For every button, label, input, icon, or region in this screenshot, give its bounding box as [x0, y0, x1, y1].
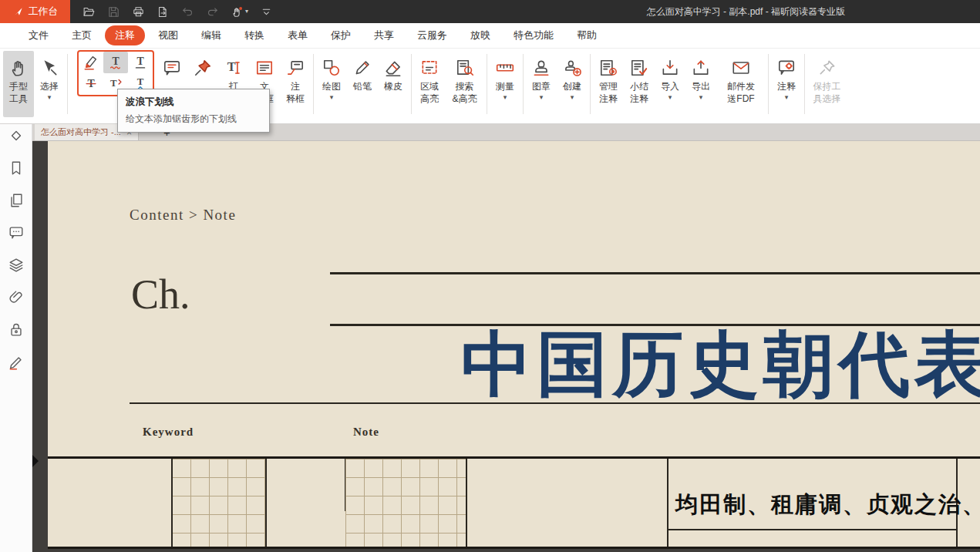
- eraser-tool[interactable]: 橡皮: [378, 51, 409, 117]
- import-comments-tool[interactable]: 导入▾: [655, 51, 685, 117]
- measure-tool[interactable]: 测量▾: [490, 51, 520, 117]
- menu-item-10[interactable]: 放映: [460, 25, 500, 45]
- panel-expand-handle[interactable]: [32, 455, 39, 467]
- table-column-line: [667, 459, 668, 547]
- pencil-tool-label: 铅笔: [353, 81, 372, 93]
- create-stamp-tool[interactable]: 创建▾: [557, 51, 588, 117]
- keep-tool-selected-label: 保持工: [813, 81, 841, 93]
- select-annotation-tool[interactable]: 选择▾: [34, 51, 65, 117]
- export-icon: [691, 55, 711, 81]
- pencil-tool[interactable]: 铅笔: [347, 51, 378, 117]
- quick-access-toolbar: ▾: [83, 5, 273, 19]
- work-area: 怎么面对高中学习 -... × + Content > Note Ch. 中国历…: [32, 124, 980, 552]
- workspace-button[interactable]: 工作台: [0, 0, 70, 23]
- hand-tool-label: 手型: [9, 81, 28, 93]
- manage-comments-tool[interactable]: 管理注释: [593, 51, 624, 117]
- summarize-comments-tool-label: 小结: [630, 81, 648, 93]
- search-and-highlight-tool[interactable]: 搜索&高亮: [445, 51, 484, 117]
- menu-item-5[interactable]: 转换: [234, 25, 274, 45]
- keep-tool-selected: 保持工具选择: [807, 51, 847, 117]
- menu-item-0[interactable]: 文件: [19, 25, 59, 45]
- menu-item-8[interactable]: 共享: [364, 25, 404, 45]
- customize-toolbar-icon[interactable]: [260, 5, 273, 19]
- textbox-icon: [254, 55, 274, 81]
- ribbon-annotation-tab: 手型工具选择▾T打字机文本框注释框绘图▾铅笔橡皮区域高亮搜索&高亮测量▾图章▾创…: [0, 49, 980, 124]
- dropdown-caret-icon: ▾: [540, 93, 544, 101]
- dropdown-caret-icon: ▾: [330, 93, 334, 101]
- signature-panel-icon[interactable]: [8, 354, 25, 371]
- manage-comments-tool-label: 注释: [599, 93, 618, 106]
- title-bar: 工作台 ▾ 怎么面对高中学习 - 副本.pdf - 福昕阅读器专业版: [0, 0, 980, 23]
- summarize-comments-tool[interactable]: 小结注释: [624, 51, 655, 117]
- squiggly-underline-tool[interactable]: T: [103, 52, 128, 73]
- typewriter-icon: T: [224, 55, 244, 81]
- rule-line: [130, 402, 980, 404]
- open-file-icon[interactable]: [83, 5, 96, 19]
- bookmarks-panel-icon[interactable]: [8, 160, 25, 177]
- drawing-tool-label: 绘图: [322, 81, 341, 93]
- comment-settings-tool[interactable]: 注释▾: [771, 51, 802, 117]
- callout-tool-label: 注: [291, 81, 300, 93]
- comments-panel-icon[interactable]: [8, 224, 25, 241]
- main-area: 怎么面对高中学习 -... × + Content > Note Ch. 中国历…: [0, 124, 980, 552]
- svg-text:T: T: [112, 56, 119, 67]
- export-document-icon[interactable]: [157, 5, 170, 19]
- annotations-panel-icon[interactable]: [8, 127, 25, 144]
- callout-tool[interactable]: 注释框: [280, 51, 311, 117]
- table-column-line: [171, 459, 173, 547]
- menu-bar: 文件主页注释视图编辑转换表单保护共享云服务放映特色功能帮助: [0, 23, 980, 49]
- highlight-tool[interactable]: [79, 52, 103, 73]
- svg-text:T: T: [110, 78, 117, 89]
- grid-cell: [345, 459, 466, 547]
- drawing-tool[interactable]: 绘图▾: [316, 51, 347, 117]
- search-highlight-icon: [455, 55, 475, 81]
- eraser-icon: [383, 55, 403, 81]
- print-icon[interactable]: [132, 5, 145, 19]
- svg-text:T: T: [227, 60, 236, 74]
- export-comments-tool[interactable]: 导出▾: [685, 51, 716, 117]
- dropdown-caret-icon: ▾: [785, 93, 789, 101]
- menu-item-7[interactable]: 保护: [321, 25, 361, 45]
- hand-tool[interactable]: 手型工具: [3, 51, 34, 117]
- quick-hand-tool-icon[interactable]: ▾: [231, 5, 248, 19]
- menu-item-4[interactable]: 编辑: [191, 25, 231, 45]
- area-highlight-icon: [419, 55, 439, 81]
- email-fdf-tool[interactable]: 邮件发送FDF: [716, 51, 766, 117]
- underline-tool[interactable]: T: [128, 52, 153, 73]
- dropdown-caret-icon: ▾: [699, 93, 703, 101]
- security-panel-icon[interactable]: [8, 321, 25, 338]
- document-tab-label: 怎么面对高中学习 -...: [41, 126, 121, 138]
- dropdown-caret-icon[interactable]: ▾: [245, 8, 248, 15]
- navigation-panel-bar: [0, 124, 32, 552]
- comment-gear-icon: [776, 55, 796, 81]
- area-highlight-tool[interactable]: 区域高亮: [414, 51, 445, 117]
- dropdown-caret-icon: ▾: [48, 93, 52, 101]
- undo-icon: [181, 5, 194, 19]
- menu-item-1[interactable]: 主页: [62, 25, 102, 45]
- note-icon: [162, 55, 182, 81]
- keep-tool-selected-label: 具选择: [813, 93, 841, 106]
- shapes-icon: [322, 55, 342, 81]
- separator: [590, 54, 591, 114]
- table-column-line: [265, 459, 267, 547]
- menu-item-9[interactable]: 云服务: [407, 25, 457, 45]
- strikeout-tool[interactable]: T: [79, 73, 103, 95]
- layers-panel-icon[interactable]: [8, 257, 25, 274]
- page-title: 中国历史朝代表: [461, 317, 980, 412]
- keep-pin-icon: [817, 55, 837, 81]
- menu-item-11[interactable]: 特色功能: [503, 25, 564, 45]
- dropdown-caret-icon: ▾: [668, 93, 672, 101]
- separator: [768, 54, 769, 114]
- menu-item-6[interactable]: 表单: [278, 25, 318, 45]
- rule-line: [330, 272, 980, 274]
- menu-item-3[interactable]: 视图: [148, 25, 188, 45]
- rule-line: [667, 529, 958, 530]
- stamp-tool[interactable]: 图章▾: [526, 51, 557, 117]
- stamp-icon: [531, 55, 551, 81]
- comment-settings-tool-label: 注释: [777, 81, 796, 93]
- pdf-page: Content > Note Ch. 中国历史朝代表 Keyword Note …: [48, 141, 980, 549]
- attachments-panel-icon[interactable]: [8, 289, 25, 306]
- menu-item-2[interactable]: 注释: [105, 25, 145, 45]
- page-thumbnails-panel-icon[interactable]: [8, 192, 25, 209]
- menu-item-12[interactable]: 帮助: [567, 25, 607, 45]
